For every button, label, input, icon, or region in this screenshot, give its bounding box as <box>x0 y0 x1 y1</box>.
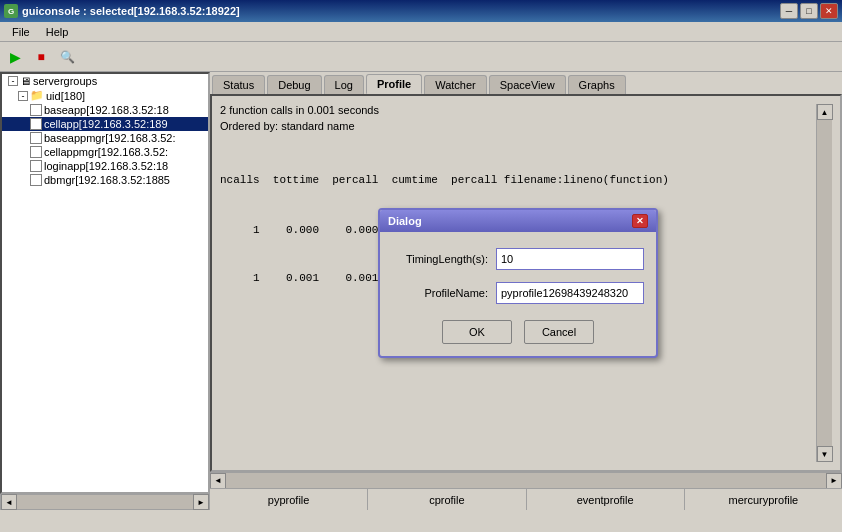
bottom-tab-pyprofile[interactable]: pyprofile <box>210 489 368 510</box>
tab-bar: Status Debug Log Profile Watcher SpaceVi… <box>210 72 842 94</box>
menu-bar: File Help <box>0 22 842 42</box>
tree-item-loginapp[interactable]: loginapp[192.168.3.52:18 <box>2 159 208 173</box>
play-button[interactable]: ▶ <box>4 46 26 68</box>
h-scroll-left-button[interactable]: ◄ <box>210 473 226 489</box>
minimize-button[interactable]: ─ <box>780 3 798 19</box>
cellapp-label: cellapp[192.168.3.52:189 <box>44 118 168 130</box>
menu-file[interactable]: File <box>4 24 38 40</box>
timing-input[interactable] <box>496 248 644 270</box>
v-scrollbar: ▲ ▼ <box>816 104 832 462</box>
bottom-tab-bar: pyprofile cprofile eventprofile mercuryp… <box>210 488 842 510</box>
play-icon: ▶ <box>10 49 21 65</box>
bottom-tab-mercuryprofile[interactable]: mercuryprofile <box>685 489 842 510</box>
main-layout: - 🖥 servergroups - 📁 uid[180] baseapp[19… <box>0 72 842 510</box>
tree-root[interactable]: - 🖥 servergroups <box>2 74 208 88</box>
tab-status[interactable]: Status <box>212 75 265 94</box>
title-bar-text: G guiconsole : selected[192.168.3.52:189… <box>4 4 240 18</box>
dialog-body: TimingLength(s): ProfileName: OK Cancel <box>380 232 656 356</box>
bottom-tab-eventprofile[interactable]: eventprofile <box>527 489 685 510</box>
profile-name-row: ProfileName: <box>396 282 640 304</box>
toolbar: ▶ ■ 🔍 <box>0 42 842 72</box>
dialog-overlay: Dialog ✕ TimingLength(s): ProfileName: <box>220 104 816 462</box>
profile-name-label: ProfileName: <box>396 287 496 299</box>
loginapp-checkbox[interactable] <box>30 160 42 172</box>
dialog-title-bar: Dialog ✕ <box>380 210 656 232</box>
search-icon: 🔍 <box>60 50 75 64</box>
dialog: Dialog ✕ TimingLength(s): ProfileName: <box>378 208 658 358</box>
tab-debug[interactable]: Debug <box>267 75 321 94</box>
stop-button[interactable]: ■ <box>30 46 52 68</box>
tree-item-cellappmgr[interactable]: cellappmgr[192.168.3.52: <box>2 145 208 159</box>
timing-label: TimingLength(s): <box>396 253 496 265</box>
baseapp-label: baseapp[192.168.3.52:18 <box>44 104 169 116</box>
cellapp-checkbox[interactable] <box>30 118 42 130</box>
servergroups-label: servergroups <box>33 75 97 87</box>
tree-view: - 🖥 servergroups - 📁 uid[180] baseapp[19… <box>2 74 208 492</box>
expand-icon[interactable]: - <box>8 76 18 86</box>
folder-icon: 🖥 <box>20 75 31 87</box>
timing-row: TimingLength(s): <box>396 248 640 270</box>
tree-item-baseappmgr[interactable]: baseappmgr[192.168.3.52: <box>2 131 208 145</box>
tree-item-dbmgr[interactable]: dbmgr[192.168.3.52:1885 <box>2 173 208 187</box>
h-scroll-track[interactable] <box>226 473 826 488</box>
ok-button[interactable]: OK <box>442 320 512 344</box>
cancel-button[interactable]: Cancel <box>524 320 594 344</box>
tree-item-cellapp[interactable]: cellapp[192.168.3.52:189 <box>2 117 208 131</box>
tab-spaceview[interactable]: SpaceView <box>489 75 566 94</box>
close-button[interactable]: ✕ <box>820 3 838 19</box>
content-area: 2 function calls in 0.001 seconds Ordere… <box>220 104 816 462</box>
baseappmgr-label: baseappmgr[192.168.3.52: <box>44 132 176 144</box>
title-bar-buttons: ─ □ ✕ <box>780 3 838 19</box>
app-icon: G <box>4 4 18 18</box>
cellappmgr-label: cellappmgr[192.168.3.52: <box>44 146 168 158</box>
tab-graphs[interactable]: Graphs <box>568 75 626 94</box>
dbmgr-label: dbmgr[192.168.3.52:1885 <box>44 174 170 186</box>
baseapp-checkbox[interactable] <box>30 104 42 116</box>
left-panel-scroll: - 🖥 servergroups - 📁 uid[180] baseapp[19… <box>0 72 210 494</box>
left-h-scrollbar: ◄ ► <box>0 494 210 510</box>
right-panel: Status Debug Log Profile Watcher SpaceVi… <box>210 72 842 510</box>
cellappmgr-checkbox[interactable] <box>30 146 42 158</box>
left-h-track[interactable] <box>17 495 193 509</box>
title-bar: G guiconsole : selected[192.168.3.52:189… <box>0 0 842 22</box>
uid-folder-icon: 📁 <box>30 89 44 102</box>
loginapp-label: loginapp[192.168.3.52:18 <box>44 160 168 172</box>
uid-label: uid[180] <box>46 90 85 102</box>
menu-help[interactable]: Help <box>38 24 77 40</box>
stop-icon: ■ <box>37 50 44 64</box>
search-button[interactable]: 🔍 <box>56 46 78 68</box>
v-scroll-track[interactable] <box>817 120 832 446</box>
scroll-up-button[interactable]: ▲ <box>817 104 833 120</box>
tab-watcher[interactable]: Watcher <box>424 75 487 94</box>
h-scrollbar: ◄ ► <box>210 472 842 488</box>
dialog-buttons: OK Cancel <box>396 316 640 344</box>
profile-name-input[interactable] <box>496 282 644 304</box>
tree-uid[interactable]: - 📁 uid[180] <box>2 88 208 103</box>
left-panel-container: - 🖥 servergroups - 📁 uid[180] baseapp[19… <box>0 72 210 510</box>
dialog-close-button[interactable]: ✕ <box>632 214 648 228</box>
dialog-title: Dialog <box>388 215 422 227</box>
scroll-down-button[interactable]: ▼ <box>817 446 833 462</box>
tree-item-baseapp[interactable]: baseapp[192.168.3.52:18 <box>2 103 208 117</box>
h-scroll-right-button[interactable]: ► <box>826 473 842 489</box>
tab-log[interactable]: Log <box>324 75 364 94</box>
left-scroll-right[interactable]: ► <box>193 494 209 510</box>
uid-expand-icon[interactable]: - <box>18 91 28 101</box>
window-title: guiconsole : selected[192.168.3.52:18922… <box>22 5 240 17</box>
bottom-tab-cprofile[interactable]: cprofile <box>368 489 526 510</box>
tab-profile[interactable]: Profile <box>366 74 422 94</box>
maximize-button[interactable]: □ <box>800 3 818 19</box>
baseappmgr-checkbox[interactable] <box>30 132 42 144</box>
tab-content: 2 function calls in 0.001 seconds Ordere… <box>210 94 842 472</box>
dbmgr-checkbox[interactable] <box>30 174 42 186</box>
left-scroll-left[interactable]: ◄ <box>1 494 17 510</box>
